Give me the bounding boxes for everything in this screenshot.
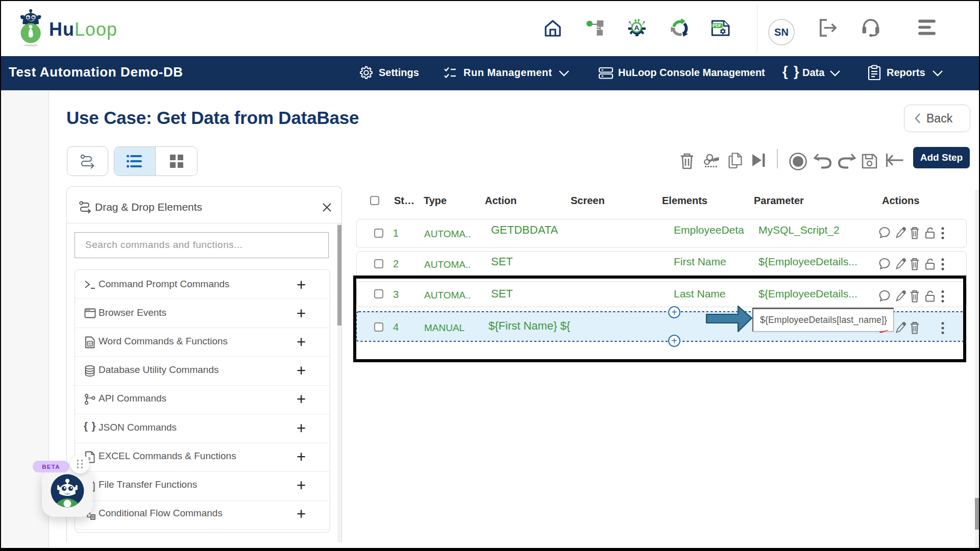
svg-text:A: A	[634, 24, 639, 32]
svg-text:W: W	[88, 341, 92, 346]
svg-text:PDF: PDF	[713, 23, 721, 28]
